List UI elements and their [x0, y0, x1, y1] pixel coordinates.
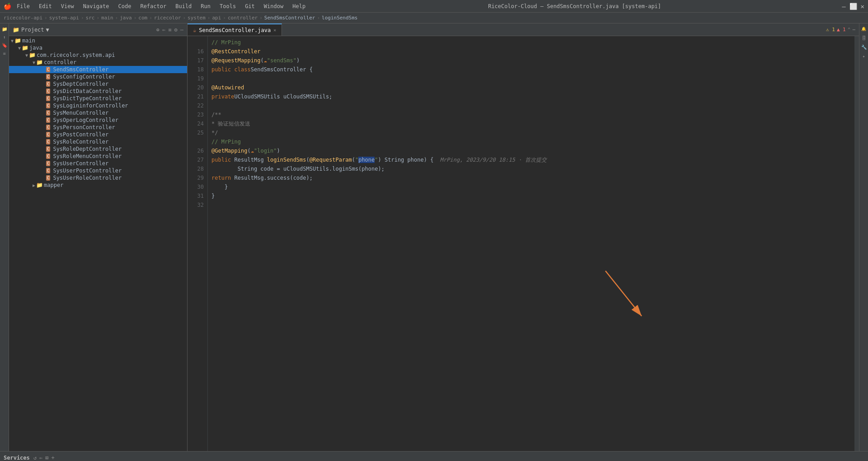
- notifications-icon[interactable]: 🔔: [860, 25, 868, 33]
- tree-item-sysroledeptcontroller[interactable]: CSysRoleDeptController: [9, 145, 187, 153]
- sidebar-bookmark-icon[interactable]: 🔖: [1, 42, 8, 49]
- menu-help[interactable]: Help: [291, 2, 307, 10]
- breadcrumb-com[interactable]: com: [138, 15, 147, 21]
- breadcrumb-ricecolor[interactable]: ricecolor: [154, 15, 181, 21]
- ai-icon[interactable]: ✦: [860, 52, 868, 60]
- menu-code[interactable]: Code: [117, 2, 133, 10]
- minimize-button[interactable]: —: [842, 3, 845, 10]
- window-controls[interactable]: — ⬜ ✕: [842, 3, 864, 10]
- code-line: @Autowired: [211, 83, 851, 92]
- tree-item-sysmenucontroller[interactable]: CSysMenuController: [9, 109, 187, 116]
- title-bar: 🍎 File Edit View Navigate Code Refactor …: [0, 0, 868, 13]
- sidebar-structure-icon[interactable]: ≡: [1, 50, 8, 57]
- services-actions: ↺ ⇐ ⊞ +: [33, 455, 55, 461]
- tree-item-sysuserpostcontroller[interactable]: CSysUserPostController: [9, 167, 187, 174]
- tree-item-sysuserrolecontroller[interactable]: CSysUserRoleController: [9, 174, 187, 182]
- line-number: 18: [191, 65, 204, 74]
- menu-edit[interactable]: Edit: [37, 2, 54, 10]
- services-collapse-icon[interactable]: ⇐: [39, 455, 42, 461]
- editor-area: ☕ SendSmsController.java ✕ ⚠ 1 ▲ 1 ⌃ ⋯ 1…: [188, 23, 859, 451]
- tree-item-sysdicttypecontroller[interactable]: CSysDictTypeController: [9, 95, 187, 102]
- code-line: @RequestMapping(☁"sendSms"): [211, 56, 851, 65]
- locate-icon[interactable]: ⊕: [156, 27, 160, 33]
- right-sidebar: 🔔 🗄 🔧 ✦: [859, 23, 868, 451]
- tree-item-sysrolecontroller[interactable]: CSysRoleController: [9, 138, 187, 145]
- tree-item-java[interactable]: ▼📁java: [9, 44, 187, 51]
- gradle-icon[interactable]: 🔧: [860, 43, 868, 51]
- code-line: }: [211, 182, 851, 191]
- breadcrumb-src[interactable]: src: [86, 15, 95, 21]
- tab-close-button[interactable]: ✕: [273, 28, 276, 33]
- services-filter-icon[interactable]: ⊞: [45, 455, 48, 461]
- breadcrumb-login-send-sms[interactable]: loginSendSms: [322, 15, 357, 21]
- line-number: 19: [191, 74, 204, 83]
- tree-item-syspersoncontroller[interactable]: CSysPersonController: [9, 124, 187, 131]
- line-number: 28: [191, 164, 204, 173]
- breadcrumb-api[interactable]: api: [212, 15, 221, 21]
- sidebar-project-icon[interactable]: 📁: [1, 25, 8, 33]
- close-button[interactable]: ✕: [861, 3, 864, 10]
- menu-build[interactable]: Build: [174, 2, 193, 10]
- line-number: 24: [191, 119, 204, 128]
- tree-item-sysrolemenucontroller[interactable]: CSysRoleMenuController: [9, 153, 187, 160]
- tree-item-com-ricecolor-system-api[interactable]: ▼📁com.ricecolor.system.api: [9, 51, 187, 59]
- tree-item-sysconfigcontroller[interactable]: CSysConfigController: [9, 73, 187, 80]
- tree-item-syspostcontroller[interactable]: CSysPostController: [9, 131, 187, 138]
- code-line: /**: [211, 110, 851, 119]
- expand-icon[interactable]: ⌃: [848, 27, 851, 33]
- maximize-button[interactable]: ⬜: [849, 3, 857, 10]
- code-line: [211, 74, 851, 83]
- main-layout: 📁 ⬆ 🔖 ≡ 📁 Project ▼ ⊕ ⇐ ≡ ⚙ — ▼📁main▼📁ja…: [0, 23, 868, 451]
- menu-run[interactable]: Run: [199, 2, 212, 10]
- services-reload-icon[interactable]: ↺: [33, 455, 37, 461]
- dropdown-icon[interactable]: ▼: [46, 27, 49, 33]
- tree-item-sysdictdatacontroller[interactable]: CSysDictDataController: [9, 88, 187, 95]
- code-line: private UCloudSMSUtils uCloudSMSUtils;: [211, 92, 851, 101]
- sidebar-commit-icon[interactable]: ⬆: [1, 33, 8, 41]
- menu-file[interactable]: File: [15, 2, 32, 10]
- line-number: [191, 38, 204, 47]
- line-number: 21: [191, 92, 204, 101]
- tree-item-main[interactable]: ▼📁main: [9, 37, 187, 44]
- breadcrumb-send-sms-controller[interactable]: SendSmsController: [264, 15, 315, 21]
- menu-window[interactable]: Window: [262, 2, 285, 10]
- menu-navigate[interactable]: Navigate: [81, 2, 111, 10]
- sort-icon[interactable]: ≡: [168, 27, 171, 33]
- breadcrumb-system-api[interactable]: system-api: [49, 15, 79, 21]
- window-title: RiceColor-Cloud – SendSmsController.java…: [307, 3, 842, 9]
- menu-git[interactable]: Git: [243, 2, 257, 10]
- services-add-icon[interactable]: +: [52, 455, 55, 461]
- app-logo: 🍎: [4, 3, 11, 10]
- tree-item-controller[interactable]: ▼📁controller: [9, 59, 187, 66]
- tree-item-syslogininforcontroller[interactable]: CSysLogininforController: [9, 102, 187, 109]
- tree-item-sysdeptcontroller[interactable]: CSysDeptController: [9, 80, 187, 88]
- breadcrumb-ricecolor-api[interactable]: ricecolor-api: [4, 15, 42, 21]
- collapse-icon[interactable]: ⇐: [162, 27, 165, 33]
- code-editor[interactable]: // MrPing@RestController@RequestMapping(…: [208, 36, 854, 451]
- tree-item-sendsmscontroller[interactable]: CSendSmsController: [9, 66, 187, 73]
- tab-label: SendSmsController.java: [199, 27, 271, 33]
- close-panel-icon[interactable]: —: [180, 27, 183, 33]
- tree-item-sysusercontroller[interactable]: CSysUserController: [9, 160, 187, 167]
- database-icon[interactable]: 🗄: [860, 34, 868, 42]
- warnings-icon: ⚠ 1: [826, 27, 835, 33]
- breadcrumb-controller[interactable]: controller: [228, 15, 258, 21]
- tree-item-mapper[interactable]: ▶📁mapper: [9, 182, 187, 189]
- menu-view[interactable]: View: [59, 2, 76, 10]
- breadcrumb-system[interactable]: system: [188, 15, 206, 21]
- menu-refactor[interactable]: Refactor: [138, 2, 168, 10]
- breadcrumb-main[interactable]: main: [101, 15, 113, 21]
- menu-bar[interactable]: File Edit View Navigate Code Refactor Bu…: [15, 2, 307, 10]
- more-icon[interactable]: ⋯: [852, 27, 855, 33]
- editor-tab-sendsmscontroller[interactable]: ☕ SendSmsController.java ✕: [188, 23, 282, 36]
- code-line: }: [211, 191, 851, 200]
- code-line: */: [211, 128, 851, 137]
- line-number: 26: [191, 146, 204, 155]
- right-scrollbar[interactable]: [854, 36, 859, 451]
- settings-icon[interactable]: ⚙: [174, 27, 178, 33]
- breadcrumb-java[interactable]: java: [120, 15, 132, 21]
- breadcrumb: ricecolor-api › system-api › src › main …: [0, 13, 868, 23]
- menu-tools[interactable]: Tools: [218, 2, 238, 10]
- java-file-icon: ☕: [193, 27, 196, 33]
- tree-item-sysoperlogcontroller[interactable]: CSysOperLogController: [9, 116, 187, 124]
